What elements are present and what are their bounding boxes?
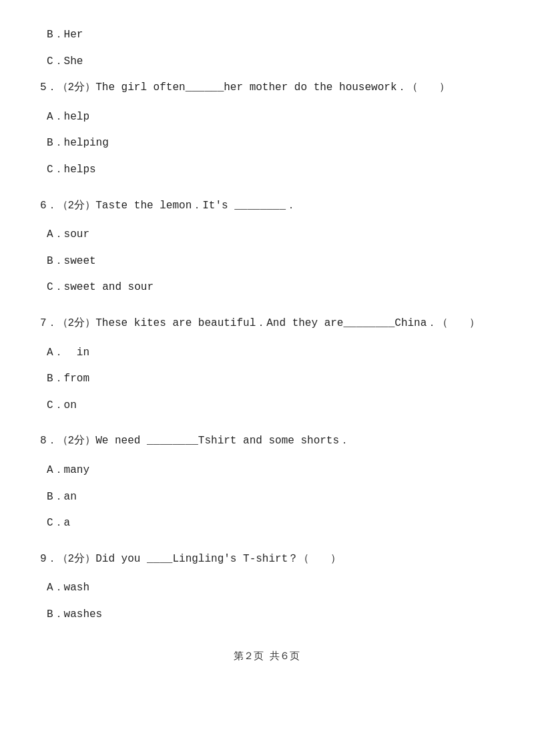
question-5: 5．（2分）The girl often______her mother do … xyxy=(40,79,494,178)
option-c-she: C．She xyxy=(40,53,494,71)
question-6-text: 6．（2分）Taste the lemon．It's ________． xyxy=(40,198,494,215)
question-7-option-a: A． in xyxy=(40,345,494,362)
option-b-her: B．Her xyxy=(40,27,494,44)
question-6-option-a: A．sour xyxy=(40,226,494,244)
question-8-option-c: C．a xyxy=(40,515,494,532)
question-5-option-a: A．help xyxy=(40,109,494,126)
page-number: 第２页 共６页 xyxy=(234,651,300,663)
question-8-text: 8．（2分）We need ________Tshirt and some sh… xyxy=(40,433,494,450)
question-6: 6．（2分）Taste the lemon．It's ________． A．s… xyxy=(40,198,494,297)
question-5-option-c: C．helps xyxy=(40,162,494,179)
question-7-option-b: B．from xyxy=(40,371,494,388)
question-5-text: 5．（2分）The girl often______her mother do … xyxy=(40,79,494,97)
question-7-option-c: C．on xyxy=(40,397,494,415)
question-9: 9．（2分）Did you ____Lingling's T-shirt？（ ）… xyxy=(40,551,494,624)
option-label: C．She xyxy=(47,55,83,67)
question-6-option-c: C．sweet and sour xyxy=(40,279,494,297)
question-8-option-b: B．an xyxy=(40,489,494,506)
question-7-text: 7．（2分）These kites are beautiful．And they… xyxy=(40,315,494,333)
question-9-option-b: B．washes xyxy=(40,606,494,624)
question-8-option-a: A．many xyxy=(40,462,494,480)
question-9-text: 9．（2分）Did you ____Lingling's T-shirt？（ ） xyxy=(40,551,494,568)
page-footer: 第２页 共６页 xyxy=(40,650,494,663)
question-8: 8．（2分）We need ________Tshirt and some sh… xyxy=(40,433,494,532)
question-9-option-a: A．wash xyxy=(40,580,494,597)
question-7: 7．（2分）These kites are beautiful．And they… xyxy=(40,315,494,414)
option-label: B．Her xyxy=(47,29,83,41)
question-5-option-b: B．helping xyxy=(40,135,494,152)
question-6-option-b: B．sweet xyxy=(40,253,494,270)
exam-page: B．Her C．She 5．（2分）The girl often______he… xyxy=(40,27,494,663)
